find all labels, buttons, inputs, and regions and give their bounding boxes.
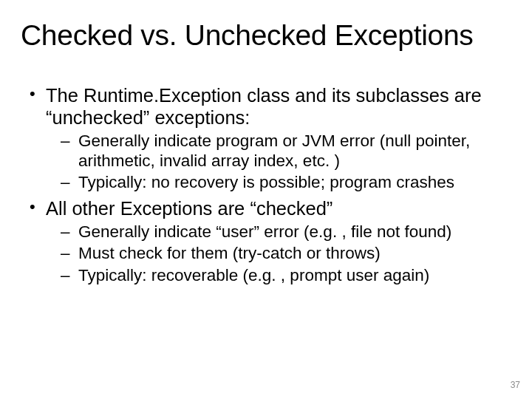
sub-bullet-text: Must check for them (try-catch or throws… bbox=[78, 244, 381, 262]
bullet-item: All other Exceptions are “checked” Gener… bbox=[27, 197, 505, 286]
bullet-text: The Runtime.Exception class and its subc… bbox=[46, 85, 482, 128]
bullet-list: The Runtime.Exception class and its subc… bbox=[27, 84, 505, 286]
slide-body: The Runtime.Exception class and its subc… bbox=[27, 84, 505, 286]
sub-bullet-text: Typically: no recovery is possible; prog… bbox=[78, 173, 454, 191]
sub-bullet-item: Generally indicate program or JVM error … bbox=[59, 132, 505, 171]
sub-bullet-item: Typically: recoverable (e.g. , prompt us… bbox=[59, 266, 505, 286]
sub-bullet-text: Typically: recoverable (e.g. , prompt us… bbox=[78, 266, 429, 284]
sub-bullet-text: Generally indicate “user” error (e.g. , … bbox=[78, 222, 451, 241]
sub-bullet-item: Must check for them (try-catch or throws… bbox=[59, 244, 505, 264]
sub-bullet-list: Generally indicate “user” error (e.g. , … bbox=[46, 222, 505, 286]
bullet-item: The Runtime.Exception class and its subc… bbox=[27, 84, 505, 193]
sub-bullet-item: Generally indicate “user” error (e.g. , … bbox=[59, 222, 505, 242]
sub-bullet-item: Typically: no recovery is possible; prog… bbox=[59, 173, 505, 193]
slide: Checked vs. Unchecked Exceptions The Run… bbox=[0, 0, 532, 399]
sub-bullet-text: Generally indicate program or JVM error … bbox=[78, 132, 470, 170]
bullet-text: All other Exceptions are “checked” bbox=[46, 198, 332, 219]
page-number: 37 bbox=[511, 380, 520, 390]
sub-bullet-list: Generally indicate program or JVM error … bbox=[46, 132, 505, 193]
slide-title: Checked vs. Unchecked Exceptions bbox=[21, 19, 505, 52]
